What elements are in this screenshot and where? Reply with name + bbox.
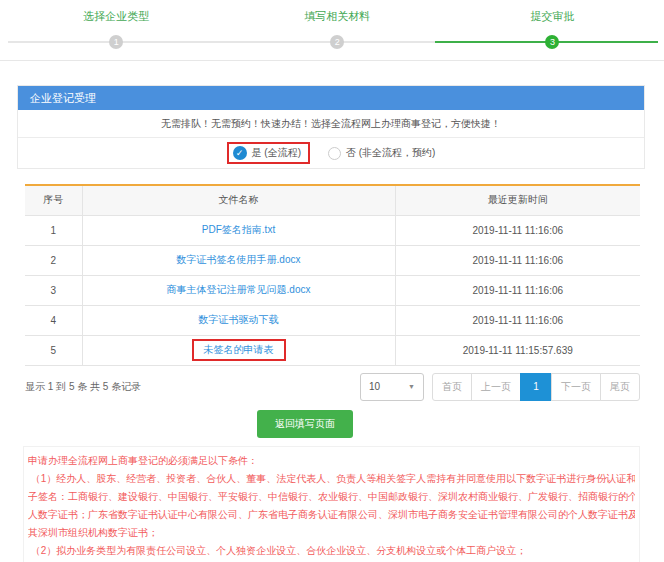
cell-filename: 未签名的申请表 [82,335,395,365]
radio-full-process[interactable]: ✓ 是 (全流程) [227,142,310,164]
cell-index: 3 [25,275,82,305]
requirement-line: 其深圳市组织机构数字证书； [28,524,635,542]
pagination-buttons: 首页上一页1下一页尾页 [432,373,640,401]
pagination-button[interactable]: 下一页 [551,373,601,401]
radio-not-full-process-label: 否 (非全流程，预约) [346,146,435,160]
pagination-button[interactable]: 首页 [432,373,472,401]
file-link[interactable]: 商事主体登记注册常见问题.docx [167,284,311,295]
chevron-down-icon: ▼ [408,383,415,390]
file-link[interactable]: 未签名的申请表 [192,339,286,361]
radio-full-process-label: 是 (全流程) [252,146,301,160]
file-link[interactable]: PDF签名指南.txt [202,224,275,235]
cell-updated-time: 2019-11-11 11:16:06 [395,245,640,275]
table-header-row: 序号 文件名称 最近更新时间 [25,185,640,215]
requirement-line: （2）拟办业务类型为有限责任公司设立、个人独资企业设立、合伙企业设立、分支机构设… [28,542,635,560]
cell-index: 5 [25,335,82,365]
file-link[interactable]: 数字证书签名使用手册.docx [177,254,301,265]
step-circle-1: 1 [109,35,123,49]
files-table: 序号 文件名称 最近更新时间 1PDF签名指南.txt2019-11-11 11… [25,184,640,366]
cell-filename: 数字证书驱动下载 [82,305,395,335]
requirements-notice: 申请办理全流程网上商事登记的必须满足以下条件： （1）经办人、股东、经营者、投资… [23,446,640,562]
panel-notice-text: 无需排队！无需预约！快速办结！选择全流程网上办理商事登记，方便快捷！ [18,110,644,138]
files-table-body: 1PDF签名指南.txt2019-11-11 11:16:062数字证书签名使用… [25,215,640,365]
back-to-fill-page-button[interactable]: 返回填写页面 [257,410,353,438]
cell-updated-time: 2019-11-11 11:16:06 [395,275,640,305]
step-circle-2: 2 [330,35,344,49]
records-summary: 显示 1 到 5 条 共 5 条记录 [25,380,141,394]
pagination-button[interactable]: 上一页 [471,373,521,401]
divider [0,60,664,61]
cell-index: 2 [25,245,82,275]
table-footer: 显示 1 到 5 条 共 5 条记录 10 ▼ 首页上一页1下一页尾页 [25,372,640,402]
cell-updated-time: 2019-11-11 11:16:06 [395,305,640,335]
table-row: 2数字证书签名使用手册.docx2019-11-11 11:16:06 [25,245,640,275]
requirement-line: 人数字证书；广东省数字证书认证中心有限公司、广东省电子商务认证有限公司、深圳市电… [28,506,635,524]
process-mode-radios: ✓ 是 (全流程) 否 (非全流程，预约) [18,138,644,168]
step-label-choose-type: 选择企业类型 [83,9,149,24]
step-indicator: 选择企业类型 填写相关材料 提交审批 1 2 3 [0,0,664,60]
table-row: 1PDF签名指南.txt2019-11-11 11:16:06 [25,215,640,245]
table-row: 5未签名的申请表2019-11-11 11:15:57.639 [25,335,640,365]
radio-not-full-process[interactable]: 否 (非全流程，预约) [328,146,435,160]
panel-title: 企业登记受理 [18,86,644,110]
pagination: 10 ▼ 首页上一页1下一页尾页 [360,373,640,401]
radio-unchecked-icon [328,147,341,160]
col-header-index: 序号 [25,185,82,215]
table-row: 4数字证书驱动下载2019-11-11 11:16:06 [25,305,640,335]
cell-filename: PDF签名指南.txt [82,215,395,245]
col-header-updated: 最近更新时间 [395,185,640,215]
cell-filename: 商事主体登记注册常见问题.docx [82,275,395,305]
pagination-button[interactable]: 尾页 [600,373,640,401]
table-row: 3商事主体登记注册常见问题.docx2019-11-11 11:16:06 [25,275,640,305]
requirement-line: （1）经办人、股东、经营者、投资者、合伙人、董事、法定代表人、负责人等相关签字人… [28,470,635,488]
step-label-fill-materials: 填写相关材料 [304,9,370,24]
step-circle-3-active: 3 [545,35,559,49]
cell-updated-time: 2019-11-11 11:16:06 [395,215,640,245]
col-header-filename: 文件名称 [82,185,395,215]
button-row: 返回填写页面 [0,410,664,438]
cell-index: 1 [25,215,82,245]
page-size-value: 10 [369,381,380,392]
radio-checked-icon: ✓ [233,146,247,160]
cell-filename: 数字证书签名使用手册.docx [82,245,395,275]
step-label-submit-approval: 提交审批 [530,9,574,24]
cell-index: 4 [25,305,82,335]
requirement-line: 子签名：工商银行、建设银行、中国银行、平安银行、中信银行、农业银行、中国邮政银行… [28,488,635,506]
cell-updated-time: 2019-11-11 11:15:57.639 [395,335,640,365]
file-link[interactable]: 数字证书驱动下载 [199,314,279,325]
page: 选择企业类型 填写相关材料 提交审批 1 2 3 企业登记受理 无需排队！无需预… [0,0,664,562]
requirement-line: 申请办理全流程网上商事登记的必须满足以下条件： [28,452,635,470]
page-number-button[interactable]: 1 [520,373,552,401]
page-size-select[interactable]: 10 ▼ [360,373,424,401]
registration-panel: 企业登记受理 无需排队！无需预约！快速办结！选择全流程网上办理商事登记，方便快捷… [17,85,645,169]
